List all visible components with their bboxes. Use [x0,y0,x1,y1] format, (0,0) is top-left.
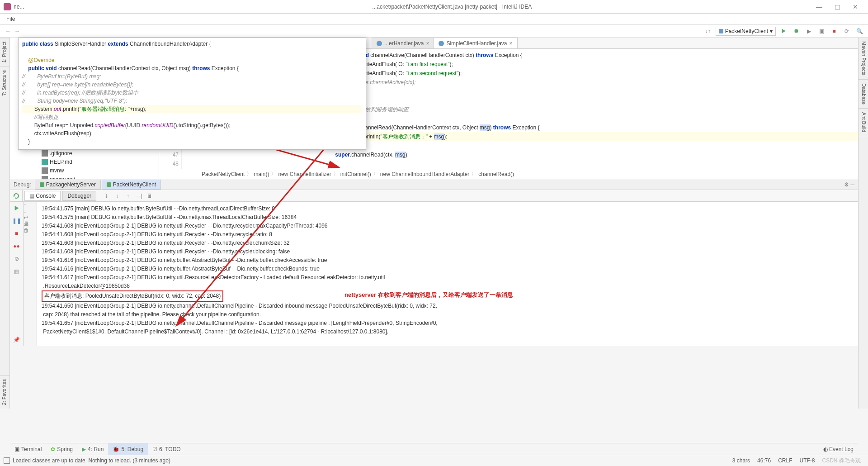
maximize-button[interactable]: ▢ [828,3,846,10]
status-message: Loaded classes are up to date. Nothing t… [13,457,170,464]
scroll-down-icon[interactable]: ↓ [24,208,37,214]
crumb-item[interactable]: new ChannelInitializer [278,171,331,177]
layout-button[interactable]: ▦ [10,265,23,278]
pin-button[interactable]: 📌 [10,333,23,346]
crumb-item[interactable]: initChannel() [340,171,371,177]
sync-icon[interactable]: ↓↑ [703,26,713,36]
console-output[interactable]: 19:54:41.575 [main] DEBUG io.netty.buffe… [37,202,858,346]
run-button[interactable] [778,26,788,36]
editor-tab-2[interactable]: SimpleClientHandler.java × [434,38,517,48]
console-line: 19:54:41.608 [nioEventLoopGroup-2-1] DEB… [42,230,854,239]
gutter-line: 48 [159,159,179,168]
tab-database[interactable]: Database [859,80,868,109]
update-button[interactable]: ⟳ [842,26,852,36]
menu-file[interactable]: File [4,16,18,22]
clear-icon[interactable]: 🗑 [24,227,37,233]
close-icon[interactable]: × [509,40,512,47]
console-line: 19:54:41.616 [nioEventLoopGroup-2-1] DEB… [42,265,854,273]
status-crlf[interactable]: CRLF [774,457,796,464]
tab-debug[interactable]: 🐞5: Debug [108,443,148,455]
event-log-button[interactable]: ◐ Event Log [819,446,858,452]
nav-fwd-icon[interactable]: → [13,28,22,34]
console-line: 19:54:41.616 [nioEventLoopGroup-2-1] DEB… [42,256,854,265]
tree-item-mvnw[interactable]: mvnw [10,166,159,175]
file-icon [42,150,48,157]
crumb-item[interactable]: new ChannelInboundHandlerAdapter [380,171,469,177]
tab-ant[interactable]: Ant Build [859,109,868,136]
debug-tab-client[interactable]: PacketNettyClient [102,180,161,190]
tab-spring[interactable]: ✿Spring [46,443,77,455]
close-button[interactable]: ✕ [846,3,864,10]
debug-tab-server[interactable]: PackageNettyServer [35,180,101,190]
resume-button[interactable] [10,202,23,214]
pause-button[interactable]: ❚❚ [10,214,23,227]
step-over-icon[interactable]: ⤵ [101,190,112,201]
scroll-up-icon[interactable]: ↑ [24,202,37,208]
run-config-combo[interactable]: PacketNettyClient ▾ [716,27,776,36]
wrap-icon[interactable]: ↩ [24,214,37,221]
evaluate-icon[interactable]: 🖩 [144,190,155,201]
tab-label: PackageNettyServer [46,181,96,188]
tab-favorites[interactable]: 2: Favorites [0,375,9,409]
tab-run[interactable]: ▶4: Run [77,443,108,455]
search-icon[interactable]: 🔍 [854,26,864,36]
debug-button[interactable] [791,26,801,36]
navbar: ← → ↓↑ PacketNettyClient ▾ ▶ ▣ ■ ⟳ 🔍 [0,25,868,38]
tab-terminal[interactable]: ▣Terminal [10,443,46,455]
right-sidebar: Maven Projects Database Ant Build [858,38,868,409]
tab-todo[interactable]: ☑6: TODO [148,443,185,455]
debug-panel: Debug: PackageNettyServer PacketNettyCli… [10,179,858,346]
tab-label: SimpleClientHandler.java [446,40,507,47]
mute-breakpoints-button[interactable]: ⊘ [10,252,23,265]
tree-item-help[interactable]: HELP.md [10,157,159,166]
title-prefix: ne... [14,4,24,10]
console-line: 19:54:41.657 [nioEventLoopGroup-2-1] DEB… [42,319,854,328]
step-into-icon[interactable]: ↓ [112,190,123,201]
console-line: 19:54:41.608 [nioEventLoopGroup-2-1] DEB… [42,222,854,230]
tree-label: HELP.md [50,159,72,165]
debugger-tab[interactable]: Debugger [62,191,96,201]
tab-label: PacketNettyClient [113,181,156,188]
tree-item-mvnwcmd[interactable]: mvnw.cmd [10,175,159,179]
tree-label: .gitignore [50,150,72,157]
tab-maven[interactable]: Maven Projects [859,38,868,80]
console-line: 19:54:41.617 [nioEventLoopGroup-2-1] DEB… [42,273,854,282]
view-breakpoints-button[interactable]: ●● [10,240,23,252]
minimize-button[interactable]: — [810,3,828,10]
stop-button[interactable]: ■ [829,26,839,36]
java-icon [439,41,444,46]
crumb-item[interactable]: PacketNettyClient [202,171,245,177]
coverage-button[interactable]: ▶ [804,26,814,36]
tab-project[interactable]: 1: Project [0,38,9,66]
step-out-icon[interactable]: ↑ [123,190,133,201]
editor-tab-1[interactable]: ...erHandler.java × [372,38,434,48]
rerun-icon[interactable] [13,193,19,199]
left-sidebar: 1: Project 7: Structure 2: Favorites [0,38,10,409]
crumb-item[interactable]: channelRead() [478,171,514,177]
menubar: File [0,14,868,25]
md-icon [42,159,48,165]
print-icon[interactable]: 🖶 [24,221,37,227]
tab-label: ...erHandler.java [384,40,424,47]
console-toolbar: ↑ ↓ ↩ 🖶 🗑 [24,202,37,346]
status-position[interactable]: 46:76 [754,457,774,464]
stop-button[interactable]: ■ [10,227,23,240]
debug-toolbar: ▤ Console Debugger ⤵ ↓ ↑ →| 🖩 [10,190,858,202]
file-icon [42,167,48,174]
tab-structure[interactable]: 7: Structure [0,66,9,100]
run-icon [107,182,111,187]
console-line: .ResourceLeakDetector@19850d38 [42,282,854,290]
console-tab[interactable]: ▤ Console [24,191,61,201]
nav-back-icon[interactable]: ← [4,28,13,34]
crumb-item[interactable]: main() [254,171,269,177]
console-line: 19:54:41.608 [nioEventLoopGroup-2-1] DEB… [42,239,854,247]
profile-button[interactable]: ▣ [816,26,826,36]
code-popup: public class SimpleServerHandler extends… [18,38,366,150]
status-box-icon[interactable] [4,457,10,464]
tree-label: mvnw [50,167,64,174]
status-encoding[interactable]: UTF-8 [796,457,818,464]
close-icon[interactable]: × [426,40,429,47]
tree-item-gitignore[interactable]: .gitignore [10,149,159,157]
gear-icon[interactable]: ⚙ ─ [840,181,858,188]
run-to-cursor-icon[interactable]: →| [133,190,144,201]
